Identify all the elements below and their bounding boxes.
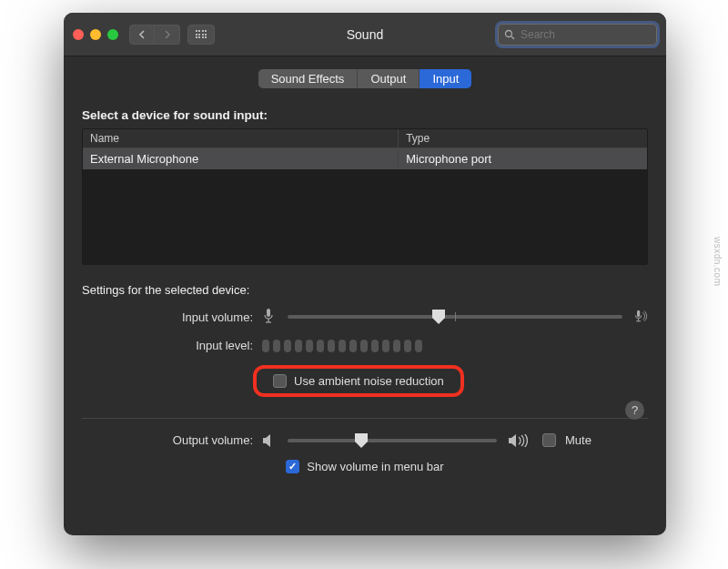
slider-thumb[interactable] [432,310,445,324]
search-icon [504,29,515,40]
input-level-row: Input level: [82,339,648,352]
show-volume-row: Show volume in menu bar [82,460,648,473]
tab-bar: Sound Effects Output Input [82,69,648,88]
zoom-window-button[interactable] [107,29,118,40]
device-name: External Microphone [83,150,399,168]
column-name[interactable]: Name [83,129,399,147]
tab-sound-effects[interactable]: Sound Effects [258,69,359,88]
input-device-heading: Select a device for sound input: [82,108,648,122]
input-volume-slider[interactable] [288,315,622,319]
table-row[interactable]: External Microphone Microphone port [83,148,647,169]
back-button[interactable] [129,25,155,45]
column-type[interactable]: Type [399,129,647,147]
divider [82,418,648,419]
content-area: Sound Effects Output Input Select a devi… [64,56,666,488]
help-button[interactable]: ? [625,401,644,420]
input-volume-label: Input volume: [82,310,262,324]
grid-icon [196,30,207,38]
sound-preferences-window: Sound Sound Effects Output Input Select … [64,13,666,535]
show-all-button[interactable] [187,25,215,45]
table-header: Name Type [83,129,647,148]
speaker-loud-icon [508,434,528,447]
output-volume-slider[interactable] [288,439,497,442]
show-volume-label: Show volume in menu bar [307,460,443,473]
close-window-button[interactable] [73,29,84,40]
settings-heading: Settings for the selected device: [82,283,648,297]
minimize-window-button[interactable] [90,29,101,40]
show-volume-checkbox[interactable] [286,460,299,473]
input-volume-row: Input volume: [82,308,648,326]
nav-buttons [129,25,180,45]
device-type: Microphone port [399,150,647,168]
svg-point-0 [506,30,512,36]
mic-loud-icon [633,310,648,324]
traffic-lights [73,29,118,40]
input-device-table: Name Type External Microphone Microphone… [82,128,648,265]
forward-button[interactable] [155,25,180,45]
watermark: wsxdn.com [713,237,723,287]
input-level-label: Input level: [82,339,262,352]
search-field[interactable] [498,24,657,46]
svg-rect-2 [267,309,270,317]
output-volume-label: Output volume: [82,433,262,447]
tab-input[interactable]: Input [420,69,471,88]
tab-output[interactable]: Output [358,69,420,88]
ambient-noise-highlight: Use ambient noise reduction [253,365,464,397]
mute-label: Mute [565,433,592,447]
ambient-noise-label: Use ambient noise reduction [294,374,444,388]
ambient-noise-checkbox[interactable] [273,374,287,388]
svg-line-1 [511,36,514,39]
output-volume-row: Output volume: Mute [82,433,648,447]
titlebar: Sound [64,13,666,56]
svg-rect-5 [637,310,640,317]
mic-quiet-icon [262,308,277,326]
slider-thumb[interactable] [355,433,368,448]
speaker-quiet-icon [262,434,277,447]
input-level-meter [262,340,422,352]
search-input[interactable] [521,28,657,41]
mute-checkbox[interactable] [542,433,556,447]
